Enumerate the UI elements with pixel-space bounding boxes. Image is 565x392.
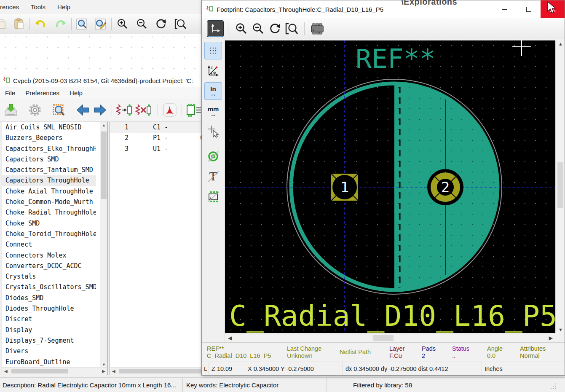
- viewer-app-icon: [206, 5, 213, 13]
- info-label: Last Change: [287, 345, 340, 352]
- library-item[interactable]: Diodes_ThroughHole: [2, 303, 96, 314]
- footprint-name-text: C_Radial_D10_L16_P5: [229, 299, 556, 333]
- library-item[interactable]: Crystals_Oscillators_SMD: [2, 282, 96, 293]
- library-item[interactable]: Choke_Axial_ThroughHole: [2, 186, 96, 197]
- svg-text:φ: φ: [213, 70, 216, 75]
- library-item[interactable]: Converters_DCDC_ACDC: [2, 261, 96, 271]
- footprint-drawing: 1 2 REF** C_Radial_D10_L16_P5: [225, 40, 556, 333]
- library-item[interactable]: Air_Coils_SML_NEOSID: [2, 122, 96, 133]
- background-toolbar: [0, 14, 201, 34]
- paste-icon[interactable]: [12, 17, 26, 31]
- viewer-hscrollbar[interactable]: ◀▶: [225, 333, 556, 342]
- maximize-button[interactable]: [517, 0, 541, 18]
- library-item[interactable]: Display: [2, 325, 96, 336]
- undo-icon[interactable]: [33, 17, 48, 31]
- status-cell: dx 0.345000 dy -0.275000 dist 0.4412: [343, 362, 482, 375]
- info-label: Netlist Path: [340, 349, 389, 355]
- library-hscrollbar[interactable]: ◀▶: [2, 367, 107, 375]
- display-options-icon[interactable]: [207, 20, 224, 37]
- library-item[interactable]: Diodes_SMD: [2, 293, 96, 303]
- config-icon[interactable]: [27, 102, 43, 118]
- copy-icon[interactable]: [0, 17, 8, 31]
- info-column: REF** C_Radial_D10_L16_P5: [207, 343, 287, 362]
- library-item[interactable]: Choke_Toroid_ThroughHole: [2, 229, 96, 239]
- view-footprint-icon[interactable]: [51, 102, 67, 118]
- status-cell: Key words: Electrolytic Capacitor: [182, 378, 327, 392]
- library-item[interactable]: Crystals: [2, 271, 96, 282]
- units-inches-icon[interactable]: In↔: [204, 82, 222, 100]
- watermark: \Explorations: [401, 0, 457, 7]
- viewer-title: Footprint: Capacitors_ThroughHole:C_Radi…: [217, 6, 383, 13]
- cursor-shape-icon[interactable]: [204, 123, 222, 140]
- redraw-icon[interactable]: [266, 20, 283, 37]
- redo-icon[interactable]: [54, 17, 68, 31]
- cvpcb-app-icon: [3, 76, 10, 85]
- status-cell: X 0.345000 Y -0.275000: [245, 362, 343, 375]
- prev-icon[interactable]: [75, 102, 91, 118]
- pad-2-label: 2: [441, 179, 450, 196]
- zoom-in-icon[interactable]: [115, 17, 129, 31]
- info-label: Layer: [389, 345, 422, 352]
- zoom-fit-icon[interactable]: [283, 20, 300, 37]
- reference-text: REF**: [356, 43, 436, 74]
- viewer-toolbar: [202, 18, 565, 39]
- menu-item[interactable]: Preferences: [25, 89, 59, 97]
- library-item[interactable]: Choke_Radial_ThroughHole: [2, 207, 96, 218]
- filter-keyword-icon[interactable]: [115, 102, 135, 118]
- info-value: 2: [422, 352, 452, 359]
- library-item[interactable]: Discret: [2, 314, 96, 325]
- next-icon[interactable]: [91, 102, 108, 118]
- library-item[interactable]: Buzzers_Beepers: [2, 133, 96, 143]
- menu-item[interactable]: Help: [57, 3, 70, 11]
- menu-item[interactable]: Tools: [31, 3, 46, 11]
- grid-icon[interactable]: [204, 42, 222, 59]
- pads-sketch-icon[interactable]: [204, 148, 222, 165]
- menu-item[interactable]: File: [5, 89, 15, 97]
- library-item[interactable]: Capacitors_Tantalum_SMD: [2, 165, 96, 175]
- info-column: Netlist Path: [340, 343, 389, 362]
- library-item[interactable]: Connectors_Molex: [2, 250, 96, 261]
- find-icon[interactable]: [75, 17, 89, 31]
- pad-1[interactable]: 1: [331, 174, 358, 201]
- redraw-icon[interactable]: [154, 17, 168, 31]
- library-item[interactable]: Capacitors_SMD: [2, 154, 96, 165]
- library-item[interactable]: Divers: [2, 346, 96, 357]
- library-item[interactable]: Choke_SMD: [2, 218, 96, 229]
- mouse-cursor: [546, 1, 559, 17]
- viewer-left-toolbar: rφ In↔ mm↔ T: [202, 39, 225, 374]
- info-label: REF**: [207, 345, 287, 352]
- info-column: Attributes Normal: [520, 343, 565, 362]
- zoom-fit-icon[interactable]: [173, 17, 187, 31]
- footprint-sketch-icon[interactable]: [204, 188, 222, 206]
- info-column: Angle 0.0: [487, 343, 520, 362]
- library-item[interactable]: Choke_Common-Mode_Wurth: [2, 197, 96, 207]
- library-vscrollbar[interactable]: ▲ ▼: [100, 122, 107, 368]
- menu-item[interactable]: Help: [70, 89, 83, 97]
- library-item[interactable]: EuroBoard_Outline: [2, 357, 96, 368]
- cvpcb-title: Cvpcb (2015-09-03 BZR 6154, Git 4636d8d)…: [13, 77, 193, 84]
- docs-icon[interactable]: [185, 102, 202, 118]
- status-cell: L: [202, 362, 209, 375]
- minimize-button[interactable]: [493, 0, 517, 18]
- library-item[interactable]: Capacitors_Elko_ThroughHole: [2, 144, 96, 154]
- polar-coords-icon[interactable]: rφ: [204, 62, 222, 80]
- library-item[interactable]: Connect: [2, 239, 96, 250]
- viewer-vscrollbar[interactable]: ▲ ▼: [555, 40, 565, 333]
- info-value: ..: [452, 352, 487, 359]
- find-replace-icon[interactable]: [94, 17, 108, 31]
- pad-2[interactable]: 2: [427, 169, 463, 205]
- menu-item[interactable]: rences: [0, 3, 19, 11]
- zoom-out-icon[interactable]: [134, 17, 149, 31]
- library-item[interactable]: Displays_7-Segment: [2, 336, 96, 346]
- footprint-canvas[interactable]: 1 2 REF** C_Radial_D10_L16_P5: [225, 40, 556, 333]
- zoom-in-icon[interactable]: [233, 20, 249, 37]
- save-icon[interactable]: [3, 102, 19, 118]
- filter-off-icon[interactable]: [135, 102, 154, 118]
- zoom-out-icon[interactable]: [249, 20, 266, 37]
- pdf-datasheet-icon[interactable]: [161, 102, 178, 118]
- text-sketch-icon[interactable]: T: [204, 168, 222, 185]
- resize-grip[interactable]: [550, 383, 556, 389]
- library-item[interactable]: Capacitors_ThroughHole: [2, 175, 96, 186]
- show-3d-icon[interactable]: [309, 20, 326, 37]
- units-mm-icon[interactable]: mm↔: [204, 102, 222, 120]
